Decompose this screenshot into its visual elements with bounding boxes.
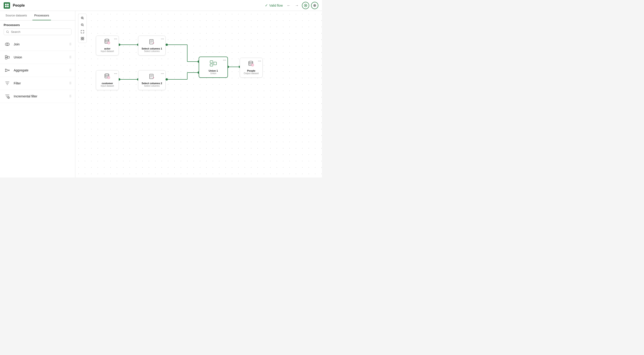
flow-canvas[interactable]: ⋯ actor Input dataset ⋯ (75, 11, 322, 177)
node-select1[interactable]: ⋯ Select columns 1 Select columns (138, 35, 166, 55)
svg-point-35 (166, 43, 168, 46)
svg-rect-52 (210, 64, 213, 66)
node-actor-menu[interactable]: ⋯ (114, 37, 117, 41)
grid-view-tool[interactable] (79, 35, 86, 42)
node-customer-subtitle: Input dataset (101, 85, 114, 87)
incremental-filter-icon (4, 93, 11, 100)
input-dataset-icon (104, 38, 110, 46)
node-people[interactable]: ⋯ People Output dataset (240, 58, 262, 78)
processor-label-join: Join (14, 42, 66, 46)
node-customer[interactable]: ⋯ customer Input dataset (96, 70, 119, 90)
node-customer-title: customer (102, 82, 113, 85)
filter-icon (4, 80, 11, 87)
node-actor[interactable]: ⋯ actor Input dataset (96, 35, 119, 55)
svg-rect-22 (81, 39, 82, 40)
processor-label-filter: Filter (14, 81, 66, 85)
processor-label-union: Union (14, 55, 66, 59)
svg-rect-0 (5, 4, 6, 5)
processor-item-union[interactable]: Union ⠿ (0, 51, 75, 64)
svg-rect-11 (5, 55, 7, 57)
node-union1-subtitle: Union (210, 72, 216, 75)
node-people-subtitle: Output dataset (244, 72, 259, 75)
undo-button[interactable]: ← (286, 2, 292, 9)
customer-dataset-icon (104, 73, 110, 80)
drag-handle-union[interactable]: ⠿ (69, 55, 72, 59)
node-actor-title: actor (104, 47, 110, 50)
svg-point-16 (8, 70, 9, 71)
svg-point-7 (314, 5, 316, 6)
union-node-icon (210, 60, 217, 68)
canvas-tools (78, 14, 87, 43)
drag-handle-incremental-filter[interactable]: ⠿ (69, 94, 72, 98)
svg-rect-51 (210, 61, 213, 63)
svg-rect-20 (81, 37, 82, 38)
page-title: People (13, 3, 25, 7)
settings-button[interactable] (311, 2, 318, 9)
node-select2-subtitle: Select columns (144, 85, 160, 87)
svg-rect-46 (150, 39, 153, 44)
node-union1-title: Union 1 (209, 69, 218, 72)
node-select2-menu[interactable]: ⋯ (161, 72, 164, 75)
svg-rect-5 (305, 5, 306, 6)
node-select1-menu[interactable]: ⋯ (161, 37, 164, 41)
processor-label-aggregate: Aggregate (14, 68, 66, 72)
tab-source-datasets[interactable]: Source datasets (4, 11, 29, 20)
select-columns-icon-1 (149, 38, 155, 46)
join-icon (4, 41, 11, 48)
node-select2-title: Select columns 2 (142, 82, 162, 85)
output-dataset-icon (248, 61, 254, 68)
aggregate-icon (4, 67, 11, 74)
svg-rect-50 (150, 74, 153, 79)
node-people-title: People (247, 69, 255, 72)
svg-rect-3 (7, 6, 9, 7)
app-logo[interactable] (4, 2, 10, 9)
node-select2[interactable]: ⋯ Select columns 2 Select columns (138, 70, 166, 90)
node-customer-menu[interactable]: ⋯ (114, 72, 117, 75)
select-columns-icon-2 (149, 73, 155, 80)
sidebar: Source datasets Processors Processors Jo… (0, 11, 75, 177)
valid-flow-icon: ✓ (265, 3, 268, 7)
processor-item-join[interactable]: Join ⠿ (0, 38, 75, 51)
node-people-menu[interactable]: ⋯ (258, 59, 261, 63)
node-union1[interactable]: ⋯ Union 1 Union (199, 56, 228, 78)
tab-processors[interactable]: Processors (32, 11, 51, 20)
svg-point-44 (105, 39, 109, 40)
node-actor-subtitle: Input dataset (101, 50, 114, 52)
drag-handle-filter[interactable]: ⠿ (69, 81, 72, 85)
svg-rect-23 (83, 39, 84, 40)
run-button[interactable] (302, 2, 309, 9)
node-union1-menu[interactable]: ⋯ (223, 58, 226, 62)
svg-rect-53 (214, 62, 216, 65)
svg-point-48 (105, 74, 109, 75)
sidebar-tabs: Source datasets Processors (0, 11, 75, 20)
search-input[interactable] (11, 30, 69, 33)
search-box (4, 28, 72, 35)
processor-item-incremental-filter[interactable]: Incremental filter ⠿ (0, 90, 75, 103)
drag-handle-join[interactable]: ⠿ (69, 42, 72, 46)
search-icon (6, 30, 9, 33)
svg-rect-12 (5, 57, 7, 59)
node-select1-subtitle: Select columns (144, 50, 160, 52)
processor-item-aggregate[interactable]: Aggregate ⠿ (0, 64, 75, 77)
processor-list: Join ⠿ Union ⠿ (0, 38, 75, 177)
processor-label-incremental-filter: Incremental filter (14, 94, 66, 98)
svg-rect-6 (306, 5, 306, 6)
node-select1-title: Select columns 1 (142, 47, 162, 50)
header: People ✓ Valid flow ← → (0, 0, 322, 11)
canvas-area: ⋯ actor Input dataset ⋯ (75, 11, 322, 177)
zoom-out-tool[interactable] (79, 22, 86, 28)
zoom-in-tool[interactable] (79, 15, 86, 21)
redo-button[interactable]: → (294, 2, 300, 9)
valid-flow-label: Valid flow (269, 4, 283, 7)
valid-flow-status: ✓ Valid flow (265, 3, 283, 7)
drag-handle-aggregate[interactable]: ⠿ (69, 68, 72, 72)
header-actions: ← → (286, 2, 318, 9)
processor-item-filter[interactable]: Filter ⠿ (0, 77, 75, 90)
fit-view-tool[interactable] (79, 28, 86, 35)
svg-rect-1 (7, 4, 9, 5)
processors-section-title: Processors (0, 20, 75, 28)
union-icon (4, 54, 11, 61)
svg-rect-21 (83, 37, 84, 38)
svg-rect-13 (8, 56, 9, 58)
svg-point-38 (166, 78, 168, 80)
